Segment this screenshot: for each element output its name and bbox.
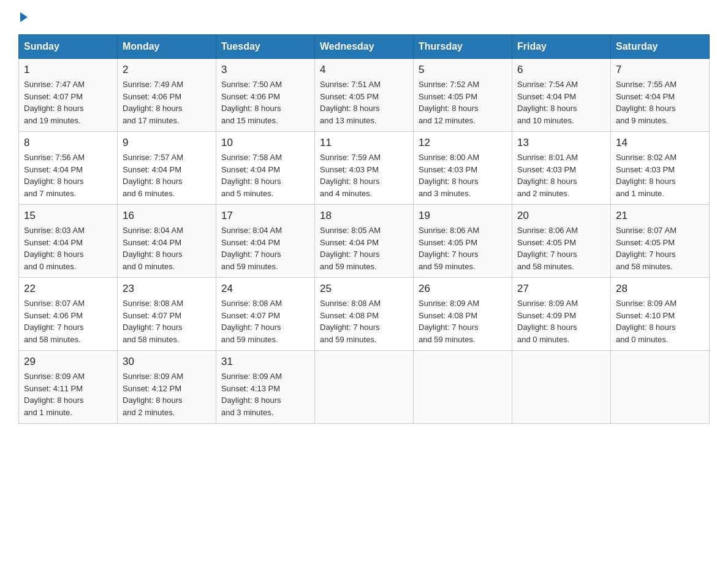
day-number: 10 xyxy=(221,137,309,149)
day-number: 16 xyxy=(123,210,211,222)
calendar-cell: 15 Sunrise: 8:03 AMSunset: 4:04 PMDaylig… xyxy=(19,205,118,278)
calendar-cell: 22 Sunrise: 8:07 AMSunset: 4:06 PMDaylig… xyxy=(19,278,118,351)
day-number: 21 xyxy=(616,210,704,222)
calendar-cell: 31 Sunrise: 8:09 AMSunset: 4:13 PMDaylig… xyxy=(216,351,315,424)
calendar-cell: 21 Sunrise: 8:07 AMSunset: 4:05 PMDaylig… xyxy=(611,205,710,278)
calendar-cell: 8 Sunrise: 7:56 AMSunset: 4:04 PMDayligh… xyxy=(19,132,118,205)
day-number: 14 xyxy=(616,137,704,149)
calendar-cell: 4 Sunrise: 7:51 AMSunset: 4:05 PMDayligh… xyxy=(315,59,414,132)
day-number: 20 xyxy=(517,210,605,222)
calendar-cell: 27 Sunrise: 8:09 AMSunset: 4:09 PMDaylig… xyxy=(512,278,611,351)
calendar-cell xyxy=(414,351,512,424)
day-info: Sunrise: 8:00 AMSunset: 4:03 PMDaylight:… xyxy=(419,151,507,199)
calendar-cell: 26 Sunrise: 8:09 AMSunset: 4:08 PMDaylig… xyxy=(414,278,512,351)
calendar-cell: 10 Sunrise: 7:58 AMSunset: 4:04 PMDaylig… xyxy=(216,132,315,205)
day-number: 24 xyxy=(221,283,309,295)
day-number: 19 xyxy=(419,210,507,222)
day-info: Sunrise: 7:59 AMSunset: 4:03 PMDaylight:… xyxy=(320,151,408,199)
day-info: Sunrise: 7:55 AMSunset: 4:04 PMDaylight:… xyxy=(616,79,704,126)
calendar-cell: 7 Sunrise: 7:55 AMSunset: 4:04 PMDayligh… xyxy=(611,59,710,132)
day-info: Sunrise: 8:06 AMSunset: 4:05 PMDaylight:… xyxy=(517,224,605,272)
calendar-cell: 9 Sunrise: 7:57 AMSunset: 4:04 PMDayligh… xyxy=(118,132,216,205)
day-number: 25 xyxy=(320,283,408,295)
calendar-cell: 29 Sunrise: 8:09 AMSunset: 4:11 PMDaylig… xyxy=(19,351,118,424)
calendar-cell xyxy=(512,351,611,424)
calendar-cell: 12 Sunrise: 8:00 AMSunset: 4:03 PMDaylig… xyxy=(414,132,512,205)
calendar-table: SundayMondayTuesdayWednesdayThursdayFrid… xyxy=(18,34,710,424)
header-thursday: Thursday xyxy=(414,35,512,59)
day-info: Sunrise: 8:04 AMSunset: 4:04 PMDaylight:… xyxy=(123,224,211,272)
calendar-cell: 3 Sunrise: 7:50 AMSunset: 4:06 PMDayligh… xyxy=(216,59,315,132)
calendar-week-row: 15 Sunrise: 8:03 AMSunset: 4:04 PMDaylig… xyxy=(19,205,710,278)
day-number: 4 xyxy=(320,64,408,76)
day-number: 13 xyxy=(517,137,605,149)
day-info: Sunrise: 7:57 AMSunset: 4:04 PMDaylight:… xyxy=(123,151,211,199)
day-number: 1 xyxy=(24,64,112,76)
day-info: Sunrise: 8:09 AMSunset: 4:13 PMDaylight:… xyxy=(221,370,309,418)
header-sunday: Sunday xyxy=(19,35,118,59)
calendar-week-row: 1 Sunrise: 7:47 AMSunset: 4:07 PMDayligh… xyxy=(19,59,710,132)
calendar-cell: 2 Sunrise: 7:49 AMSunset: 4:06 PMDayligh… xyxy=(118,59,216,132)
day-number: 26 xyxy=(419,283,507,295)
calendar-cell: 25 Sunrise: 8:08 AMSunset: 4:08 PMDaylig… xyxy=(315,278,414,351)
day-number: 8 xyxy=(24,137,112,149)
day-number: 11 xyxy=(320,137,408,149)
day-info: Sunrise: 8:08 AMSunset: 4:07 PMDaylight:… xyxy=(221,297,309,345)
day-info: Sunrise: 8:09 AMSunset: 4:09 PMDaylight:… xyxy=(517,297,605,345)
day-number: 28 xyxy=(616,283,704,295)
day-info: Sunrise: 8:02 AMSunset: 4:03 PMDaylight:… xyxy=(616,151,704,199)
day-number: 22 xyxy=(24,283,112,295)
calendar-cell: 14 Sunrise: 8:02 AMSunset: 4:03 PMDaylig… xyxy=(611,132,710,205)
calendar-cell: 13 Sunrise: 8:01 AMSunset: 4:03 PMDaylig… xyxy=(512,132,611,205)
calendar-cell: 16 Sunrise: 8:04 AMSunset: 4:04 PMDaylig… xyxy=(118,205,216,278)
calendar-cell: 20 Sunrise: 8:06 AMSunset: 4:05 PMDaylig… xyxy=(512,205,611,278)
logo xyxy=(18,12,28,22)
logo-triangle-icon xyxy=(20,12,28,22)
calendar-cell: 30 Sunrise: 8:09 AMSunset: 4:12 PMDaylig… xyxy=(118,351,216,424)
day-number: 6 xyxy=(517,64,605,76)
day-number: 12 xyxy=(419,137,507,149)
day-number: 29 xyxy=(24,356,112,368)
day-info: Sunrise: 8:09 AMSunset: 4:08 PMDaylight:… xyxy=(419,297,507,345)
day-info: Sunrise: 8:09 AMSunset: 4:10 PMDaylight:… xyxy=(616,297,704,345)
day-number: 2 xyxy=(123,64,211,76)
day-info: Sunrise: 7:56 AMSunset: 4:04 PMDaylight:… xyxy=(24,151,112,199)
day-info: Sunrise: 8:08 AMSunset: 4:07 PMDaylight:… xyxy=(123,297,211,345)
day-info: Sunrise: 7:58 AMSunset: 4:04 PMDaylight:… xyxy=(221,151,309,199)
day-info: Sunrise: 8:05 AMSunset: 4:04 PMDaylight:… xyxy=(320,224,408,272)
day-number: 3 xyxy=(221,64,309,76)
day-number: 5 xyxy=(419,64,507,76)
header-saturday: Saturday xyxy=(611,35,710,59)
calendar-week-row: 29 Sunrise: 8:09 AMSunset: 4:11 PMDaylig… xyxy=(19,351,710,424)
day-info: Sunrise: 8:08 AMSunset: 4:08 PMDaylight:… xyxy=(320,297,408,345)
calendar-cell: 17 Sunrise: 8:04 AMSunset: 4:04 PMDaylig… xyxy=(216,205,315,278)
day-info: Sunrise: 8:04 AMSunset: 4:04 PMDaylight:… xyxy=(221,224,309,272)
day-info: Sunrise: 8:09 AMSunset: 4:12 PMDaylight:… xyxy=(123,370,211,418)
calendar-header-row: SundayMondayTuesdayWednesdayThursdayFrid… xyxy=(19,35,710,59)
day-info: Sunrise: 8:06 AMSunset: 4:05 PMDaylight:… xyxy=(419,224,507,272)
day-number: 7 xyxy=(616,64,704,76)
day-info: Sunrise: 7:50 AMSunset: 4:06 PMDaylight:… xyxy=(221,79,309,126)
day-number: 23 xyxy=(123,283,211,295)
calendar-cell xyxy=(611,351,710,424)
calendar-cell xyxy=(315,351,414,424)
page-header xyxy=(18,12,710,22)
calendar-cell: 24 Sunrise: 8:08 AMSunset: 4:07 PMDaylig… xyxy=(216,278,315,351)
day-number: 18 xyxy=(320,210,408,222)
day-number: 30 xyxy=(123,356,211,368)
day-info: Sunrise: 7:47 AMSunset: 4:07 PMDaylight:… xyxy=(24,79,112,126)
day-info: Sunrise: 7:52 AMSunset: 4:05 PMDaylight:… xyxy=(419,79,507,126)
header-friday: Friday xyxy=(512,35,611,59)
header-monday: Monday xyxy=(118,35,216,59)
day-info: Sunrise: 7:49 AMSunset: 4:06 PMDaylight:… xyxy=(123,79,211,126)
header-tuesday: Tuesday xyxy=(216,35,315,59)
day-number: 17 xyxy=(221,210,309,222)
calendar-week-row: 8 Sunrise: 7:56 AMSunset: 4:04 PMDayligh… xyxy=(19,132,710,205)
day-number: 31 xyxy=(221,356,309,368)
calendar-cell: 11 Sunrise: 7:59 AMSunset: 4:03 PMDaylig… xyxy=(315,132,414,205)
calendar-cell: 5 Sunrise: 7:52 AMSunset: 4:05 PMDayligh… xyxy=(414,59,512,132)
day-number: 15 xyxy=(24,210,112,222)
calendar-cell: 23 Sunrise: 8:08 AMSunset: 4:07 PMDaylig… xyxy=(118,278,216,351)
calendar-cell: 6 Sunrise: 7:54 AMSunset: 4:04 PMDayligh… xyxy=(512,59,611,132)
calendar-cell: 19 Sunrise: 8:06 AMSunset: 4:05 PMDaylig… xyxy=(414,205,512,278)
